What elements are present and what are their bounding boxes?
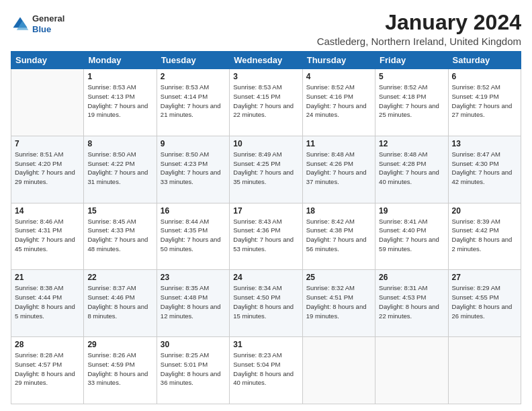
calendar-table: Sunday Monday Tuesday Wednesday Thursday…: [11, 51, 521, 404]
day-number: 11: [306, 139, 371, 148]
calendar-cell: 25Sunrise: 8:32 AMSunset: 4:51 PMDayligh…: [302, 270, 375, 337]
calendar-cell: 31Sunrise: 8:23 AMSunset: 5:04 PMDayligh…: [230, 337, 302, 404]
calendar-cell: 7Sunrise: 8:51 AMSunset: 4:20 PMDaylight…: [11, 136, 84, 203]
calendar-cell: 16Sunrise: 8:44 AMSunset: 4:35 PMDayligh…: [157, 203, 229, 270]
day-info: Sunrise: 8:26 AMSunset: 4:59 PMDaylight:…: [87, 351, 152, 387]
logo-icon: [11, 15, 30, 34]
day-number: 28: [15, 340, 80, 349]
calendar-cell: 6Sunrise: 8:52 AMSunset: 4:19 PMDaylight…: [448, 69, 521, 136]
calendar-cell: 11Sunrise: 8:48 AMSunset: 4:26 PMDayligh…: [302, 136, 375, 203]
calendar-week-row: 7Sunrise: 8:51 AMSunset: 4:20 PMDaylight…: [11, 136, 521, 203]
day-number: 19: [379, 206, 444, 216]
day-info: Sunrise: 8:31 AMSunset: 4:53 PMDaylight:…: [379, 283, 444, 320]
day-info: Sunrise: 8:50 AMSunset: 4:23 PMDaylight:…: [161, 150, 226, 187]
day-number: 13: [452, 139, 517, 148]
location-title: Castlederg, Northern Ireland, United Kin…: [317, 36, 521, 47]
day-number: 18: [306, 206, 371, 216]
calendar-cell: 1Sunrise: 8:53 AMSunset: 4:13 PMDaylight…: [84, 69, 157, 136]
calendar-cell: 21Sunrise: 8:38 AMSunset: 4:44 PMDayligh…: [11, 270, 84, 337]
calendar-cell: 2Sunrise: 8:53 AMSunset: 4:14 PMDaylight…: [157, 69, 229, 136]
day-info: Sunrise: 8:49 AMSunset: 4:25 PMDaylight:…: [233, 150, 298, 187]
calendar-cell: 27Sunrise: 8:29 AMSunset: 4:55 PMDayligh…: [448, 270, 521, 337]
calendar-week-row: 21Sunrise: 8:38 AMSunset: 4:44 PMDayligh…: [11, 270, 521, 337]
day-info: Sunrise: 8:48 AMSunset: 4:28 PMDaylight:…: [379, 150, 444, 187]
day-info: Sunrise: 8:25 AMSunset: 5:01 PMDaylight:…: [161, 351, 226, 387]
calendar-cell: 10Sunrise: 8:49 AMSunset: 4:25 PMDayligh…: [230, 136, 302, 203]
calendar-cell: 5Sunrise: 8:52 AMSunset: 4:18 PMDaylight…: [375, 69, 448, 136]
day-info: Sunrise: 8:38 AMSunset: 4:44 PMDaylight:…: [15, 283, 80, 320]
day-info: Sunrise: 8:46 AMSunset: 4:31 PMDaylight:…: [15, 217, 80, 254]
day-info: Sunrise: 8:41 AMSunset: 4:40 PMDaylight:…: [379, 217, 444, 254]
logo-text: General Blue: [32, 13, 64, 34]
logo: General Blue: [11, 13, 64, 34]
calendar-cell: 28Sunrise: 8:28 AMSunset: 4:57 PMDayligh…: [11, 337, 84, 404]
title-block: January 2024 Castlederg, Northern Irelan…: [317, 11, 521, 47]
calendar-cell: 3Sunrise: 8:53 AMSunset: 4:15 PMDaylight…: [230, 69, 302, 136]
day-number: 10: [233, 139, 298, 148]
header-friday: Friday: [375, 52, 448, 69]
logo-general-text: General: [32, 13, 64, 24]
calendar-cell: 15Sunrise: 8:45 AMSunset: 4:33 PMDayligh…: [84, 203, 157, 270]
day-info: Sunrise: 8:23 AMSunset: 5:04 PMDaylight:…: [233, 351, 298, 387]
day-number: 20: [452, 206, 517, 216]
day-info: Sunrise: 8:50 AMSunset: 4:22 PMDaylight:…: [87, 150, 152, 187]
day-info: Sunrise: 8:53 AMSunset: 4:15 PMDaylight:…: [233, 83, 298, 120]
logo-blue-text: Blue: [32, 24, 64, 35]
day-info: Sunrise: 8:52 AMSunset: 4:18 PMDaylight:…: [379, 83, 444, 120]
header-thursday: Thursday: [302, 52, 375, 69]
calendar-cell: [375, 337, 448, 404]
day-number: 4: [306, 72, 371, 81]
calendar-week-row: 14Sunrise: 8:46 AMSunset: 4:31 PMDayligh…: [11, 203, 521, 270]
day-number: 6: [452, 72, 517, 81]
day-number: 3: [233, 72, 298, 81]
header-saturday: Saturday: [448, 52, 521, 69]
day-number: 29: [87, 340, 152, 349]
day-number: 9: [161, 139, 226, 148]
calendar-cell: 22Sunrise: 8:37 AMSunset: 4:46 PMDayligh…: [84, 270, 157, 337]
weekday-header-row: Sunday Monday Tuesday Wednesday Thursday…: [11, 52, 521, 69]
day-number: 7: [15, 139, 80, 148]
day-info: Sunrise: 8:39 AMSunset: 4:42 PMDaylight:…: [452, 217, 517, 254]
day-number: 26: [379, 273, 444, 282]
day-number: 21: [15, 273, 80, 282]
header-monday: Monday: [84, 52, 157, 69]
calendar-cell: 14Sunrise: 8:46 AMSunset: 4:31 PMDayligh…: [11, 203, 84, 270]
day-number: 17: [233, 206, 298, 216]
day-info: Sunrise: 8:52 AMSunset: 4:16 PMDaylight:…: [306, 83, 371, 120]
calendar-cell: [302, 337, 375, 404]
day-number: 27: [452, 273, 517, 282]
calendar-cell: 29Sunrise: 8:26 AMSunset: 4:59 PMDayligh…: [84, 337, 157, 404]
calendar-cell: 23Sunrise: 8:35 AMSunset: 4:48 PMDayligh…: [157, 270, 229, 337]
calendar-week-row: 1Sunrise: 8:53 AMSunset: 4:13 PMDaylight…: [11, 69, 521, 136]
calendar-cell: 4Sunrise: 8:52 AMSunset: 4:16 PMDaylight…: [302, 69, 375, 136]
day-number: 24: [233, 273, 298, 282]
calendar-cell: 19Sunrise: 8:41 AMSunset: 4:40 PMDayligh…: [375, 203, 448, 270]
day-info: Sunrise: 8:32 AMSunset: 4:51 PMDaylight:…: [306, 283, 371, 320]
day-number: 22: [87, 273, 152, 282]
calendar-cell: 17Sunrise: 8:43 AMSunset: 4:36 PMDayligh…: [230, 203, 302, 270]
day-number: 23: [161, 273, 226, 282]
day-number: 16: [161, 206, 226, 216]
day-info: Sunrise: 8:48 AMSunset: 4:26 PMDaylight:…: [306, 150, 371, 187]
calendar-cell: 18Sunrise: 8:42 AMSunset: 4:38 PMDayligh…: [302, 203, 375, 270]
day-info: Sunrise: 8:43 AMSunset: 4:36 PMDaylight:…: [233, 217, 298, 254]
calendar-cell: 8Sunrise: 8:50 AMSunset: 4:22 PMDaylight…: [84, 136, 157, 203]
day-info: Sunrise: 8:51 AMSunset: 4:20 PMDaylight:…: [15, 150, 80, 187]
day-number: 12: [379, 139, 444, 148]
day-number: 15: [87, 206, 152, 216]
day-info: Sunrise: 8:52 AMSunset: 4:19 PMDaylight:…: [452, 83, 517, 120]
header: General Blue January 2024 Castlederg, No…: [11, 11, 521, 47]
calendar-cell: [448, 337, 521, 404]
day-info: Sunrise: 8:34 AMSunset: 4:50 PMDaylight:…: [233, 283, 298, 320]
calendar-week-row: 28Sunrise: 8:28 AMSunset: 4:57 PMDayligh…: [11, 337, 521, 404]
calendar-cell: 26Sunrise: 8:31 AMSunset: 4:53 PMDayligh…: [375, 270, 448, 337]
day-info: Sunrise: 8:53 AMSunset: 4:14 PMDaylight:…: [161, 83, 226, 120]
day-info: Sunrise: 8:42 AMSunset: 4:38 PMDaylight:…: [306, 217, 371, 254]
day-info: Sunrise: 8:44 AMSunset: 4:35 PMDaylight:…: [161, 217, 226, 254]
page: General Blue January 2024 Castlederg, No…: [0, 0, 532, 411]
calendar-cell: [11, 69, 84, 136]
day-number: 25: [306, 273, 371, 282]
day-number: 14: [15, 206, 80, 216]
day-number: 8: [87, 139, 152, 148]
calendar-cell: 12Sunrise: 8:48 AMSunset: 4:28 PMDayligh…: [375, 136, 448, 203]
